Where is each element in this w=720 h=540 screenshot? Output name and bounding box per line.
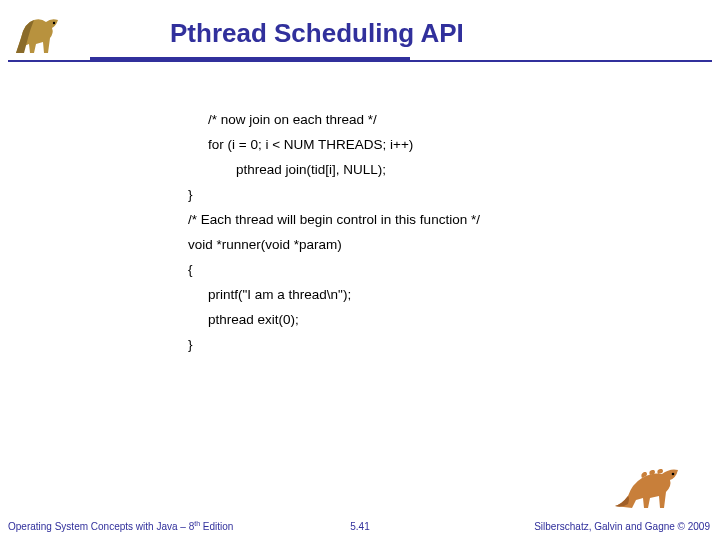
code-line: /* now join on each thread */: [188, 108, 480, 133]
title-underline: [8, 60, 712, 62]
code-line: for (i = 0; i < NUM THREADS; i++): [188, 133, 480, 158]
code-line: /* Each thread will begin control in thi…: [188, 208, 480, 233]
code-line: }: [188, 183, 480, 208]
dinosaur-left-icon: [6, 8, 76, 62]
dinosaur-right-icon: [610, 456, 690, 520]
footer-left-text-b: Edition: [200, 521, 233, 532]
code-line: pthread join(tid[i], NULL);: [188, 158, 480, 183]
code-line: {: [188, 258, 480, 283]
code-line: void *runner(void *param): [188, 233, 480, 258]
code-line: }: [188, 333, 480, 358]
footer-left-text-a: Operating System Concepts with Java – 8: [8, 521, 194, 532]
code-line: printf("I am a thread\n");: [188, 283, 480, 308]
svg-point-0: [53, 22, 55, 24]
footer-right: Silberschatz, Galvin and Gagne © 2009: [534, 521, 710, 532]
footer-left: Operating System Concepts with Java – 8t…: [8, 520, 233, 532]
code-block: /* now join on each thread */ for (i = 0…: [188, 108, 480, 358]
slide-number: 5.41: [350, 521, 369, 532]
code-line: pthread exit(0);: [188, 308, 480, 333]
slide-title: Pthread Scheduling API: [170, 18, 464, 49]
svg-point-1: [672, 473, 675, 476]
